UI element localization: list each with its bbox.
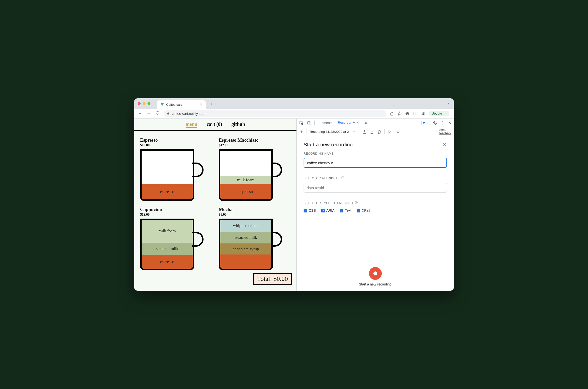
vue-favicon-icon — [160, 102, 164, 106]
tab-title: Coffee cart — [166, 103, 182, 106]
product-price: $12.00 — [219, 143, 291, 147]
coffee-cup-icon: milk foamespresso — [219, 149, 281, 201]
devtools-panel: Elements Recorder ✕ 2 ⋮ ✕ Re — [296, 119, 454, 291]
tab-recorder[interactable]: Recorder ✕ — [336, 119, 361, 127]
inspect-icon[interactable] — [299, 121, 304, 125]
reload-button[interactable] — [155, 111, 160, 116]
cart-total[interactable]: Total: $0.00 — [253, 273, 292, 285]
export-icon[interactable] — [362, 130, 367, 134]
maximize-window-button[interactable] — [148, 102, 151, 105]
coffee-layer: whipped cream — [220, 220, 271, 232]
performance-icon[interactable] — [395, 130, 400, 134]
recorder-title: Start a new recording — [304, 142, 353, 148]
delete-icon[interactable] — [377, 130, 381, 134]
close-devtools-icon[interactable]: ✕ — [448, 121, 451, 125]
help-icon[interactable] — [354, 201, 358, 205]
selector-attr-input[interactable] — [304, 183, 447, 193]
checkbox-text[interactable]: Text — [340, 208, 351, 212]
devtools-tabstrip: Elements Recorder ✕ 2 ⋮ ✕ — [297, 119, 454, 127]
new-recording-icon[interactable] — [299, 130, 304, 134]
product-name: Mocha — [219, 207, 291, 212]
checkbox-xpath[interactable]: XPath — [357, 208, 371, 212]
coffee-layer — [220, 255, 271, 269]
webpage-viewport: menu cart (0) github Espresso$10.00espre… — [134, 119, 296, 291]
record-button-label: Start a new recording — [359, 282, 392, 286]
update-button[interactable]: Update ⋮ — [429, 111, 449, 116]
send-feedback-link[interactable]: Send feedback — [439, 128, 451, 135]
close-tab-icon[interactable]: ✕ — [200, 102, 203, 106]
tab-overflow-icon[interactable] — [446, 101, 450, 106]
side-panel-icon[interactable] — [413, 111, 418, 116]
coffee-layer: espresso — [142, 255, 193, 269]
checkbox-css[interactable]: CSS — [304, 208, 316, 212]
forward-button[interactable]: → — [146, 111, 152, 116]
svg-point-13 — [397, 132, 398, 133]
record-button[interactable] — [369, 267, 382, 280]
coffee-layer: milk foam — [142, 220, 193, 243]
product-card[interactable]: Cappucino$19.00milk foamsteamed milkespr… — [140, 207, 212, 270]
nav-cart[interactable]: cart (0) — [207, 122, 222, 128]
coffee-cup-icon: espresso — [140, 149, 203, 201]
coffee-layer: espresso — [142, 184, 193, 199]
coffee-layer: milk foam — [220, 176, 271, 184]
kebab-icon[interactable]: ⋮ — [441, 121, 445, 125]
replay-icon[interactable] — [388, 130, 392, 134]
extensions-icon[interactable] — [405, 111, 410, 116]
checkbox-aria[interactable]: ARIA — [321, 208, 335, 212]
update-label: Update — [432, 112, 442, 115]
star-icon[interactable] — [398, 111, 402, 116]
coffee-layer: espresso — [220, 184, 271, 199]
product-card[interactable]: Mocha$8.00whipped creamsteamed milkchoco… — [219, 207, 291, 270]
close-window-button[interactable] — [138, 102, 141, 105]
coffee-layer: steamed milk — [142, 243, 193, 255]
share-icon[interactable] — [390, 111, 394, 116]
product-price: $10.00 — [140, 143, 212, 147]
window-controls — [138, 102, 151, 105]
url-actions: Update ⋮ — [390, 111, 449, 116]
svg-marker-0 — [398, 112, 402, 115]
settings-icon[interactable] — [433, 121, 437, 125]
product-name: Cappucino — [140, 207, 212, 212]
profile-icon[interactable] — [421, 111, 426, 116]
coffee-cup-icon: whipped creamsteamed milkchocolate syrup — [219, 219, 281, 270]
svg-rect-7 — [310, 122, 311, 124]
svg-rect-6 — [308, 122, 310, 124]
tab-elements[interactable]: Elements — [317, 119, 334, 127]
product-price: $8.00 — [219, 213, 291, 217]
recording-name-label: RECORDING NAME — [304, 152, 447, 155]
minimize-window-button[interactable] — [143, 102, 146, 105]
recording-select[interactable]: Recording 11/23/2022 at 2 — [310, 130, 349, 133]
recorder-toolbar: Recording 11/23/2022 at 2 Send feedback — [297, 127, 454, 136]
import-icon[interactable] — [370, 130, 374, 134]
chevron-down-icon[interactable] — [352, 130, 356, 134]
recording-name-input[interactable] — [304, 158, 447, 168]
site-nav: menu cart (0) github — [134, 119, 296, 131]
address-field[interactable]: coffee-cart.netlify.app — [164, 110, 386, 117]
product-price: $19.00 — [140, 213, 212, 217]
product-card[interactable]: Espresso$10.00espresso — [140, 137, 212, 201]
kebab-icon: ⋮ — [443, 112, 447, 115]
close-icon[interactable]: ✕ — [443, 142, 447, 148]
svg-point-17 — [356, 203, 356, 203]
svg-point-4 — [423, 112, 424, 114]
nav-menu[interactable]: menu — [186, 122, 197, 128]
help-icon[interactable] — [341, 176, 345, 180]
coffee-layer: steamed milk — [220, 232, 271, 243]
coffee-cup-icon: milk foamsteamed milkespresso — [140, 219, 203, 270]
nav-github[interactable]: github — [231, 122, 245, 128]
issues-badge[interactable]: 2 — [421, 121, 430, 125]
svg-rect-1 — [414, 112, 417, 115]
browser-window: Coffee cart ✕ + ← → coffee-cart.netlify.… — [134, 98, 454, 291]
url-text: coffee-cart.netlify.app — [172, 112, 205, 116]
more-tabs-icon[interactable] — [364, 121, 368, 125]
product-name: Espresso — [140, 137, 212, 143]
new-tab-button[interactable]: + — [210, 101, 213, 107]
close-panel-icon[interactable]: ✕ — [356, 121, 359, 125]
url-bar: ← → coffee-cart.netlify.app Update ⋮ — [134, 109, 454, 119]
product-card[interactable]: Espresso Macchiato$12.00milk foamespress… — [219, 137, 291, 201]
svg-marker-10 — [389, 130, 391, 133]
back-button[interactable]: ← — [137, 111, 143, 116]
selector-attr-label: SELECTOR ATTRIBUTE — [304, 177, 340, 180]
device-icon[interactable] — [307, 121, 311, 125]
browser-tab[interactable]: Coffee cart ✕ — [157, 100, 206, 109]
